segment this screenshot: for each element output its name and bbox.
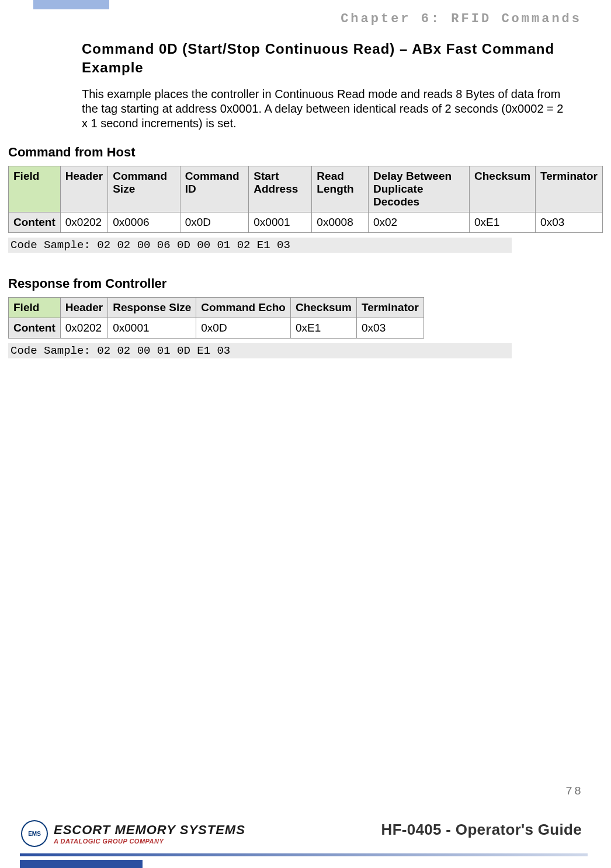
- cell: 0x0001: [249, 212, 312, 232]
- host-heading: Command from Host: [8, 145, 603, 160]
- intro-paragraph: This example places the controller in Co…: [82, 87, 568, 131]
- cell: 0x0202: [60, 318, 107, 338]
- row-label-content: Content: [9, 318, 61, 338]
- cell: 0x0D: [196, 318, 291, 338]
- ems-logo-line2: A DATALOGIC GROUP COMPANY: [54, 838, 245, 845]
- ems-logo-text: ESCORT MEMORY SYSTEMS A DATALOGIC GROUP …: [54, 822, 245, 845]
- col-header: Delay Between Duplicate Decodes: [368, 166, 469, 212]
- col-header: Command Size: [108, 166, 180, 212]
- cell: 0x0008: [312, 212, 369, 232]
- col-header: Terminator: [536, 166, 603, 212]
- col-header: Command ID: [180, 166, 249, 212]
- table-row: Field Header Command Size Command ID Sta…: [9, 166, 603, 212]
- controller-heading: Response from Controller: [8, 276, 603, 291]
- col-header: Checksum: [290, 297, 356, 318]
- row-label-content: Content: [9, 212, 61, 232]
- col-header: Header: [60, 166, 107, 212]
- cell: 0x0202: [60, 212, 107, 232]
- cell: 0x0001: [108, 318, 196, 338]
- ems-badge-icon: EMS: [21, 820, 48, 847]
- header-accent-bar: [33, 0, 109, 9]
- table-row: Content 0x0202 0x0006 0x0D 0x0001 0x0008…: [9, 212, 603, 232]
- footer-rule: [20, 853, 588, 856]
- host-table: Field Header Command Size Command ID Sta…: [8, 166, 603, 233]
- cell: 0x02: [368, 212, 469, 232]
- cell: 0x0D: [180, 212, 249, 232]
- row-label-field: Field: [9, 166, 61, 212]
- ems-logo: EMS ESCORT MEMORY SYSTEMS A DATALOGIC GR…: [21, 820, 245, 847]
- col-header: Terminator: [357, 297, 424, 318]
- col-header: Start Address: [249, 166, 312, 212]
- cell: 0x0006: [108, 212, 180, 232]
- cell: 0x03: [357, 318, 424, 338]
- page-content: Command 0D (Start/Stop Continuous Read) …: [8, 35, 603, 382]
- controller-table: Field Header Response Size Command Echo …: [8, 297, 424, 339]
- table-row: Field Header Response Size Command Echo …: [9, 297, 424, 318]
- col-header: Response Size: [108, 297, 196, 318]
- page-footer: EMS ESCORT MEMORY SYSTEMS A DATALOGIC GR…: [0, 804, 611, 868]
- row-label-field: Field: [9, 297, 61, 318]
- controller-code-sample: Code Sample: 02 02 00 01 0D E1 03: [8, 343, 512, 358]
- col-header: Header: [60, 297, 107, 318]
- col-header: Checksum: [470, 166, 536, 212]
- col-header: Command Echo: [196, 297, 291, 318]
- guide-title: HF-0405 - Operator's Guide: [381, 821, 582, 839]
- ems-logo-line1: ESCORT MEMORY SYSTEMS: [54, 822, 245, 838]
- table-row: Content 0x0202 0x0001 0x0D 0xE1 0x03: [9, 318, 424, 338]
- footer-accent-bar: [20, 860, 143, 868]
- cell: 0x03: [536, 212, 603, 232]
- section-title: Command 0D (Start/Stop Continuous Read) …: [82, 40, 579, 78]
- host-code-sample: Code Sample: 02 02 00 06 0D 00 01 02 E1 …: [8, 238, 512, 253]
- cell: 0xE1: [290, 318, 356, 338]
- chapter-header: Chapter 6: RFID Commands: [341, 12, 582, 26]
- page-number: 78: [565, 785, 583, 798]
- cell: 0xE1: [470, 212, 536, 232]
- ems-badge-text: EMS: [28, 831, 41, 837]
- col-header: Read Length: [312, 166, 369, 212]
